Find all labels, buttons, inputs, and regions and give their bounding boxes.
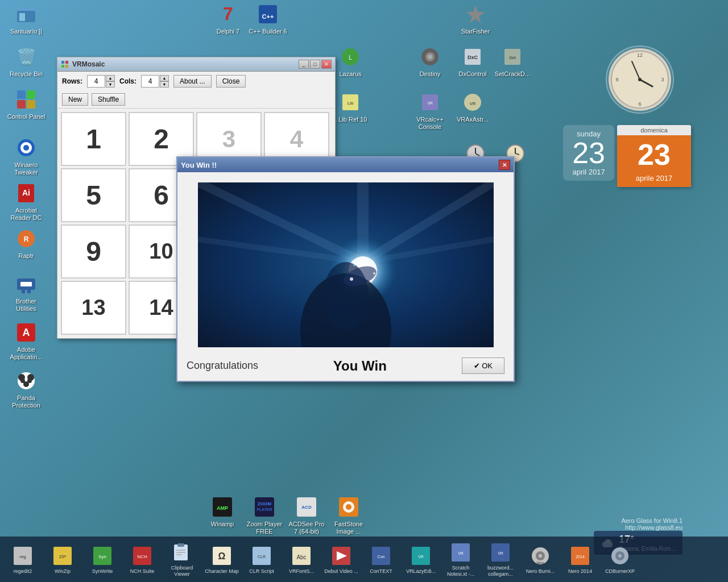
desktop-icon-dxcontrol[interactable]: DxC DxControl	[452, 45, 493, 78]
svg-text:ZOOM: ZOOM	[258, 501, 271, 506]
taskbar-scratch[interactable]: VR Scratch Notesi.xt -...	[441, 539, 480, 580]
desktop-icon-panda[interactable]: Panda Protection	[6, 369, 47, 409]
svg-rect-4	[27, 90, 35, 99]
desktop-icon-santuario[interactable]: Santuario ]|	[6, 3, 47, 35]
nero-burni-label: Nero Burni...	[526, 568, 555, 575]
adobe-label: Adobe Applicatin...	[6, 346, 47, 361]
desktop-icon-winaero[interactable]: Winaero Tweaker	[6, 136, 47, 176]
debut-icon	[330, 544, 353, 567]
desktop-icon-zoom-player[interactable]: ZOOM PLAYER Zoom Player FREE	[244, 496, 285, 535]
grid-cell-5[interactable]: 5	[61, 168, 126, 222]
cols-input[interactable]	[141, 75, 159, 88]
desktop-icon-setcrack[interactable]: Set SetCrackD...	[492, 45, 533, 78]
desktop-icon-adobe[interactable]: A Adobe Applicatin...	[6, 321, 47, 361]
desktop-icon-faststone[interactable]: FastStone Image ...	[328, 496, 369, 535]
svg-text:VR: VR	[498, 551, 503, 555]
clock-face: 12 3 6 9	[609, 48, 671, 111]
about-button[interactable]: About ...	[173, 75, 212, 88]
desktop-icon-libref[interactable]: Lib L Lib Ref 10	[330, 91, 371, 123]
desktop-icon-winamp[interactable]: AMP Winamp	[202, 496, 243, 535]
winamp-icon: AMP	[211, 496, 234, 518]
taskbar-vrlazyedi[interactable]: VR VRLazyEdi...	[402, 542, 440, 577]
svg-text:CLR: CLR	[258, 555, 266, 559]
libref-label: L Lib Ref 10	[334, 116, 367, 123]
youwin-titlebar[interactable]: You Win !! ✕	[177, 157, 514, 172]
rows-down-arrow[interactable]: ▼	[106, 81, 115, 88]
svg-text:ZIP: ZIP	[59, 554, 66, 559]
taskbar-winzip[interactable]: ZIP WinZip	[43, 542, 82, 577]
desktop-icon-vrcalc[interactable]: VR VRcalc++ Console	[410, 91, 450, 131]
desktop-icon-lazarus[interactable]: L Lazarus	[330, 45, 371, 78]
cols-down-arrow[interactable]: ▼	[160, 81, 169, 88]
panda-icon	[15, 369, 38, 392]
nero-2014-icon: 2014	[569, 544, 592, 567]
desktop-icon-raptr[interactable]: R Raptr	[6, 227, 47, 260]
rows-input[interactable]	[87, 75, 105, 88]
svg-rect-15	[20, 282, 32, 286]
svg-text:reg: reg	[19, 554, 26, 559]
cpp-label: C++ Builder 6	[249, 28, 287, 35]
svg-point-77	[353, 264, 355, 266]
taskbar-vrfonts[interactable]: Abc VRFontS...	[282, 542, 321, 577]
desktop-icon-control-panel[interactable]: Control Panel	[6, 88, 47, 120]
grid-cell-1[interactable]: 1	[61, 112, 126, 166]
taskbar-buzzword[interactable]: VR buzzword... collegam...	[481, 539, 520, 580]
vrfonts-label: VRFontS...	[289, 568, 314, 575]
acdsee-label: ACDSee Pro 7 (64-bit)	[286, 521, 327, 535]
desktop-icon-starfisher[interactable]: StarFisher	[455, 3, 496, 35]
rows-up-arrow[interactable]: ▲	[106, 75, 115, 81]
date-display: sunday 23 april 2017	[563, 125, 614, 181]
taskbar-nero-burni[interactable]: Nero Nero Burni...	[521, 542, 560, 577]
grid-cell-13[interactable]: 13	[61, 281, 126, 335]
svg-rect-6	[27, 100, 35, 109]
new-button[interactable]: New	[62, 93, 88, 106]
taskbar-regedit2[interactable]: reg regedit2	[3, 542, 42, 577]
taskbar-charmap[interactable]: Ω Character Map	[202, 542, 241, 577]
desktop-icon-brother[interactable]: Brother Utilities	[6, 273, 47, 313]
maximize-button[interactable]: □	[310, 60, 320, 69]
close-win-button[interactable]: Close	[216, 75, 246, 88]
grid-cell-9[interactable]: 9	[61, 225, 126, 278]
svg-rect-3	[17, 90, 26, 99]
taskbar-context[interactable]: Con ConTEXT	[362, 542, 400, 577]
vrfonts-icon: Abc	[290, 544, 313, 567]
desktop-icon-acrobat[interactable]: Ai Acrobat Reader DC	[6, 182, 47, 222]
taskbar-nch[interactable]: NCH NCH Suite	[123, 542, 162, 577]
day-number: 23	[572, 138, 605, 168]
close-button[interactable]: ✕	[321, 60, 332, 69]
shuffle-button[interactable]: Shuffle	[92, 93, 125, 106]
taskbar-clipboard[interactable]: Clipboard Viewer	[163, 539, 201, 580]
taskbar-cdburnerxp[interactable]: CDBurnerXP	[601, 542, 639, 577]
taskbar-synwrite[interactable]: Syn SynWrite	[83, 542, 122, 577]
ok-button[interactable]: ✔ OK	[462, 357, 504, 374]
desktop-icon-recycle[interactable]: 🗑️ Recycle Bin	[6, 45, 47, 78]
desktop-icon-cpp[interactable]: C++ C++ Builder 6	[247, 3, 288, 35]
cols-label: Cols:	[119, 77, 136, 85]
desktop-icon-destiny[interactable]: Destiny	[410, 45, 450, 78]
month-year: april 2017	[572, 168, 605, 176]
minimize-button[interactable]: _	[299, 60, 309, 69]
cpp-icon: C++	[257, 3, 279, 26]
svg-text:AMP: AMP	[217, 505, 228, 511]
youwin-image	[198, 182, 494, 347]
vrmosaic-titlebar[interactable]: VRMosaic _ □ ✕	[57, 57, 335, 72]
taskbar-nero-2014[interactable]: 2014 Nero 2014	[561, 542, 599, 577]
youwin-close-button[interactable]: ✕	[499, 160, 510, 170]
youwin-text: You Win	[333, 358, 387, 374]
cols-spinner[interactable]: ▲ ▼	[141, 75, 169, 88]
svg-point-78	[370, 281, 372, 283]
vrcalc-icon: VR	[419, 91, 441, 114]
cols-up-arrow[interactable]: ▲	[160, 75, 169, 81]
winzip-icon: ZIP	[51, 544, 74, 567]
rows-spinner[interactable]: ▲ ▼	[87, 75, 115, 88]
raptr-icon: R	[15, 227, 38, 250]
svg-point-88	[346, 504, 351, 510]
desktop-icon-vraxastr[interactable]: VR VRAxAstr...	[452, 91, 493, 123]
synwrite-icon: Syn	[91, 544, 114, 567]
desktop-icon-delphi[interactable]: 7 Delphi 7	[208, 3, 249, 35]
desktop-icon-acdsee[interactable]: ACD ACDSee Pro 7 (64-bit)	[286, 496, 327, 535]
svg-text:Con: Con	[378, 555, 385, 559]
calendar-widget: domenica 23 aprile 2017	[617, 125, 691, 187]
taskbar-debut[interactable]: Debut Video ...	[322, 542, 361, 577]
taskbar-clrscript[interactable]: CLR CLR Script	[242, 542, 281, 577]
